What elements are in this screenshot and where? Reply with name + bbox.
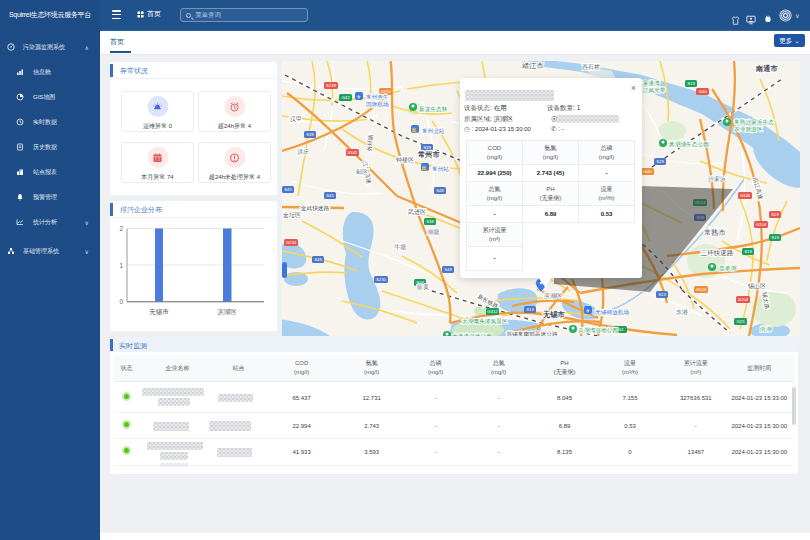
svg-text:无锡市: 无锡市 (149, 308, 169, 316)
svg-text:滨湖区: 滨湖区 (217, 308, 237, 316)
svg-text:2: 2 (119, 225, 123, 232)
svg-text:1: 1 (119, 262, 123, 269)
svg-text:0: 0 (119, 298, 123, 305)
